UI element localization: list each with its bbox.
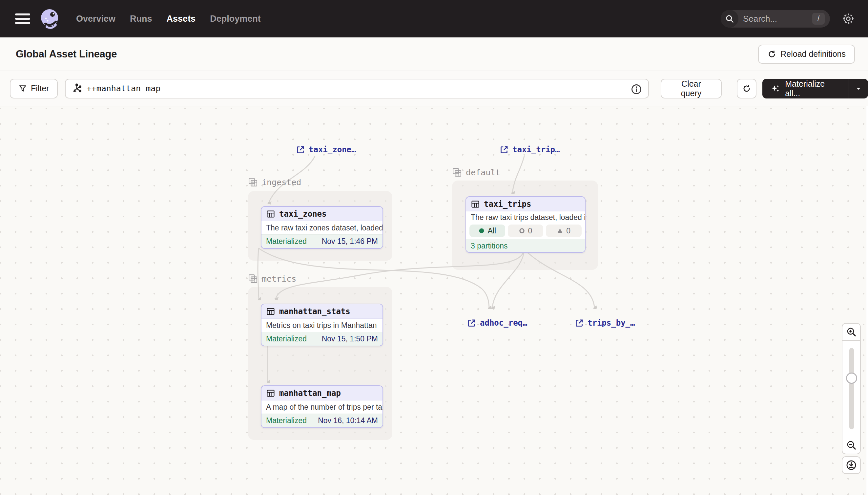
group-name: metrics xyxy=(262,274,296,284)
search-shortcut-badge: / xyxy=(812,13,825,24)
table-icon xyxy=(266,389,275,398)
asset-name: taxi_zones xyxy=(279,209,327,219)
graph-query-icon xyxy=(72,83,82,94)
reload-definitions-label: Reload definitions xyxy=(780,49,846,59)
group-label-metrics[interactable]: metrics xyxy=(248,274,296,284)
pill-label: 0 xyxy=(566,226,570,235)
partitions-failed-pill[interactable]: 0 xyxy=(508,224,544,237)
menu-icon[interactable] xyxy=(15,14,30,24)
triangle-icon xyxy=(557,228,563,234)
dagster-app: Overview Runs Assets Deployment / xyxy=(0,0,868,495)
external-link-icon xyxy=(575,319,584,328)
settings-gear-icon[interactable] xyxy=(838,9,858,29)
asset-description: Metrics on taxi trips in Manhattan xyxy=(262,319,383,332)
query-input[interactable] xyxy=(87,84,628,93)
group-name: ingested xyxy=(262,177,301,187)
materialize-dropdown-button[interactable] xyxy=(849,79,868,99)
zoom-controls xyxy=(842,323,861,454)
dagster-logo-icon[interactable] xyxy=(39,8,61,30)
asset-description: A map of the number of trips per taxi z.… xyxy=(262,400,383,414)
clear-query-label: Clear query xyxy=(671,79,712,98)
materialize-all-split-button: Materialize all... xyxy=(762,79,868,99)
search-bar[interactable]: / xyxy=(721,10,830,28)
zoom-slider-thumb[interactable] xyxy=(846,373,857,384)
reload-icon xyxy=(767,50,777,59)
materialize-all-button[interactable]: Materialize all... xyxy=(762,79,849,99)
search-icon xyxy=(721,10,739,28)
asset-name: taxi_trips xyxy=(484,200,531,209)
primary-nav: Overview Runs Assets Deployment xyxy=(76,14,261,24)
dot-icon xyxy=(479,228,484,234)
external-asset-taxi-trip[interactable]: taxi_trip… xyxy=(500,145,560,154)
asset-node-taxi-trips[interactable]: taxi_trips The raw taxi trips dataset, l… xyxy=(465,196,586,253)
status-badge: Materialized xyxy=(266,335,307,343)
external-link-icon xyxy=(296,146,305,154)
group-name: default xyxy=(466,168,500,177)
zoom-slider-track[interactable] xyxy=(849,348,854,429)
nav-assets[interactable]: Assets xyxy=(167,14,196,24)
sparkle-icon xyxy=(771,84,780,93)
partitions-materialized-pill[interactable]: All xyxy=(470,224,505,237)
nav-runs[interactable]: Runs xyxy=(130,14,152,24)
lineage-canvas[interactable]: ingested default metrics taxi_zo xyxy=(0,106,866,495)
materialization-timestamp: Nov 15, 1:50 PM xyxy=(322,335,378,343)
top-nav: Overview Runs Assets Deployment / xyxy=(0,0,868,37)
nav-overview[interactable]: Overview xyxy=(76,14,116,24)
external-asset-trips-by[interactable]: trips_by_… xyxy=(575,319,635,328)
table-icon xyxy=(471,200,480,209)
asset-node-manhattan-stats[interactable]: manhattan_stats Metrics on taxi trips in… xyxy=(261,304,383,346)
filter-funnel-icon xyxy=(18,84,27,93)
zoom-in-icon xyxy=(846,327,856,337)
asset-name: manhattan_stats xyxy=(279,307,350,316)
asset-selection-input[interactable] xyxy=(65,79,649,99)
group-table-icon xyxy=(248,274,258,284)
table-icon xyxy=(266,307,275,316)
asset-description: The raw taxi trips dataset, loaded into … xyxy=(466,211,585,223)
download-icon xyxy=(846,460,857,471)
zoom-out-button[interactable] xyxy=(842,437,861,454)
nav-deployment[interactable]: Deployment xyxy=(210,14,261,24)
external-link-icon xyxy=(467,319,476,328)
chevron-down-icon xyxy=(855,85,862,92)
info-icon[interactable] xyxy=(631,83,642,97)
partitions-missing-pill[interactable]: 0 xyxy=(546,224,582,237)
reload-definitions-button[interactable]: Reload definitions xyxy=(758,45,855,64)
filter-button[interactable]: Filter xyxy=(10,79,58,99)
external-asset-taxi-zone[interactable]: taxi_zone… xyxy=(296,145,356,154)
external-link-icon xyxy=(500,146,509,154)
group-table-icon xyxy=(248,177,258,187)
asset-name: manhattan_map xyxy=(279,389,341,398)
external-asset-label: trips_by_… xyxy=(587,319,635,328)
asset-node-taxi-zones[interactable]: taxi_zones The raw taxi zones dataset, l… xyxy=(261,206,383,249)
lineage-edges xyxy=(0,106,866,495)
group-label-ingested[interactable]: ingested xyxy=(248,177,301,187)
search-input[interactable] xyxy=(743,14,802,24)
asset-node-manhattan-map[interactable]: manhattan_map A map of the number of tri… xyxy=(261,386,383,428)
partition-health-row: All 0 0 xyxy=(466,223,585,239)
page-title: Global Asset Lineage xyxy=(16,48,117,60)
table-icon xyxy=(266,209,275,219)
partitions-count: 3 partitions xyxy=(466,239,585,252)
top-nav-right: / xyxy=(721,9,868,29)
materialization-timestamp: Nov 15, 1:46 PM xyxy=(322,237,378,246)
lineage-toolbar: Filter Clear query xyxy=(0,71,868,106)
status-badge: Materialized xyxy=(266,416,307,425)
refresh-button[interactable] xyxy=(737,79,757,99)
asset-description: The raw taxi zones dataset, loaded int..… xyxy=(262,221,383,234)
zoom-out-icon xyxy=(846,440,856,450)
ring-icon xyxy=(519,228,525,234)
pill-label: All xyxy=(488,226,496,235)
materialization-timestamp: Nov 16, 10:14 AM xyxy=(318,416,378,425)
page-header: Global Asset Lineage Reload definitions xyxy=(0,37,868,71)
external-asset-label: taxi_zone… xyxy=(309,145,356,154)
external-asset-label: taxi_trip… xyxy=(512,145,560,154)
zoom-in-button[interactable] xyxy=(842,323,861,341)
group-label-default[interactable]: default xyxy=(452,167,500,177)
refresh-icon xyxy=(742,84,751,93)
clear-query-button[interactable]: Clear query xyxy=(661,79,722,99)
zoom-slider[interactable] xyxy=(842,341,861,437)
download-view-button[interactable] xyxy=(842,456,861,474)
pill-label: 0 xyxy=(528,226,532,235)
external-asset-label: adhoc_req… xyxy=(480,319,528,328)
external-asset-adhoc-req[interactable]: adhoc_req… xyxy=(467,319,528,328)
